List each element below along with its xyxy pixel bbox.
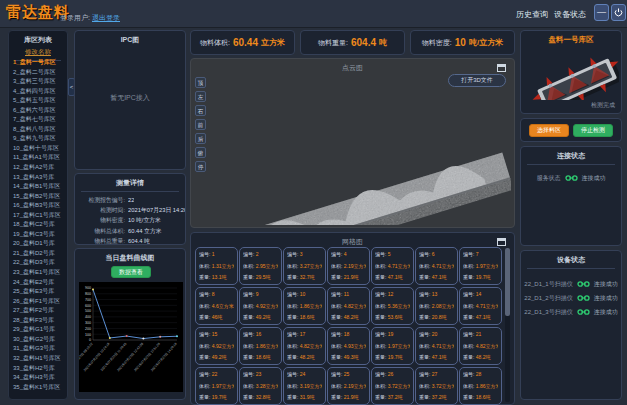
cell-weight-label: 重量: [375, 394, 386, 400]
sidebar-item-warehouse[interactable]: 25_盘料E3号库 [9, 287, 67, 297]
daily-curve-title: 当日盘料曲线图 [75, 249, 185, 263]
sidebar-item-warehouse[interactable]: 1_盘料一号库区 [9, 58, 67, 68]
grid-cell[interactable]: 编号: 21 体积: 4.82立方米 重量: 48.2吨 [459, 327, 502, 365]
sidebar-item-warehouse[interactable]: 35_盘料K1号库区 [9, 383, 67, 393]
measure-label: 物料密度: [75, 215, 125, 225]
sidebar-item-warehouse[interactable]: 3_盘料三号库区 [9, 77, 67, 87]
grid-cell[interactable]: 编号: 28 体积: 1.86立方米 重量: 18.6吨 [459, 367, 502, 405]
view-control-button[interactable]: 停 [195, 161, 206, 172]
grid-scrollbar[interactable] [505, 248, 510, 402]
view-control-button[interactable]: 后 [195, 133, 206, 144]
point-cloud-image[interactable] [211, 75, 511, 225]
stop-detect-button[interactable]: 停止检测 [573, 124, 613, 137]
sidebar-item-warehouse[interactable]: 15_盘料B2号库区 [9, 192, 67, 202]
cell-weight-value: 32.7吨 [300, 274, 315, 280]
cell-volume-value: 1.97立方米 [212, 383, 234, 389]
sidebar-item-warehouse[interactable]: 30_盘料G2号库 [9, 335, 67, 345]
grid-cell[interactable]: 编号: 6 体积: 4.71立方米 重量: 47.1吨 [415, 247, 458, 285]
sidebar-item-warehouse[interactable]: 19_盘料C3号库 [9, 230, 67, 240]
sidebar-item-warehouse[interactable]: 26_盘料F1号库区 [9, 297, 67, 307]
sidebar-item-warehouse[interactable]: 16_盘料B3号库区 [9, 201, 67, 211]
grid-cell[interactable]: 编号: 26 体积: 3.72立方米 重量: 37.2吨 [371, 367, 414, 405]
grid-cell[interactable]: 编号: 19 体积: 1.97立方米 重量: 19.7吨 [371, 327, 414, 365]
sidebar-item-warehouse[interactable]: 20_盘料D1号库 [9, 239, 67, 249]
cell-volume-value: 4.82立方米 [344, 303, 366, 309]
grid-cell[interactable]: 编号: 27 体积: 3.72立方米 重量: 37.2吨 [415, 367, 458, 405]
sidebar-item-warehouse[interactable]: 31_盘料G3号库 [9, 344, 67, 354]
grid-cell[interactable]: 编号: 1 体积: 1.31立方米 重量: 13.1吨 [195, 247, 238, 285]
sidebar-item-warehouse[interactable]: 17_盘料C1号库区 [9, 211, 67, 221]
sidebar-item-warehouse[interactable]: 29_盘料G1号库 [9, 325, 67, 335]
grid-scrollbar-thumb[interactable] [505, 248, 510, 316]
sidebar-item-warehouse[interactable]: 18_盘料C2号库 [9, 220, 67, 230]
cell-weight-label: 重量: [243, 314, 254, 320]
view-control-button[interactable]: 顶 [195, 77, 206, 88]
grid-cell[interactable]: 编号: 7 体积: 1.97立方米 重量: 19.7吨 [459, 247, 502, 285]
minimize-button[interactable]: — [594, 4, 609, 21]
grid-cell[interactable]: 编号: 24 体积: 3.19立方米 重量: 31.9吨 [283, 367, 326, 405]
device-status: 连接成功 [594, 280, 618, 289]
grid-cell[interactable]: 编号: 14 体积: 4.71立方米 重量: 47.1吨 [459, 287, 502, 325]
cell-id-label: 编号: [331, 331, 342, 337]
sidebar-item-warehouse[interactable]: 11_盘料A1号库区 [9, 153, 67, 163]
grid-cell[interactable]: 编号: 3 体积: 3.27立方米 重量: 32.7吨 [283, 247, 326, 285]
sidebar-item-warehouse[interactable]: 6_盘料六号库区 [9, 106, 67, 116]
select-area-button[interactable]: 选择料区 [529, 124, 569, 137]
sidebar-item-warehouse[interactable]: 34_盘料H3号库 [9, 373, 67, 383]
connection-status-panel: 连接状态 服务状态 连接成功 [520, 146, 622, 246]
sidebar-item-warehouse[interactable]: 2_盘料二号库区 [9, 68, 67, 78]
view-control-button[interactable]: 右 [195, 105, 206, 116]
grid-cell[interactable]: 编号: 10 体积: 1.86立方米 重量: 18.6吨 [283, 287, 326, 325]
sidebar-item-warehouse[interactable]: 5_盘料五号库区 [9, 96, 67, 106]
sidebar-item-warehouse[interactable]: 4_盘料四号库区 [9, 87, 67, 97]
sidebar-item-warehouse[interactable]: 22_盘料D3号库 [9, 258, 67, 268]
view-control-button[interactable]: 左 [195, 91, 206, 102]
grid-cell[interactable]: 编号: 16 体积: 1.86立方米 重量: 18.6吨 [239, 327, 282, 365]
grid-cell[interactable]: 编号: 23 体积: 3.28立方米 重量: 32.8吨 [239, 367, 282, 405]
grid-cell[interactable]: 编号: 17 体积: 4.82立方米 重量: 48.2吨 [283, 327, 326, 365]
rename-link[interactable]: 修改名称 [9, 48, 67, 57]
sidebar-item-warehouse[interactable]: 8_盘料八号库区 [9, 125, 67, 135]
data-view-button[interactable]: 数据查看 [111, 266, 151, 278]
sidebar-item-warehouse[interactable]: 13_盘料A3号库 [9, 173, 67, 183]
sidebar-item-warehouse[interactable]: 32_盘料H1号库区 [9, 354, 67, 364]
sidebar-item-warehouse[interactable]: 23_盘料E1号库区 [9, 268, 67, 278]
view-control-button[interactable]: 前 [195, 119, 206, 130]
cell-volume-value: 1.97立方米 [388, 343, 410, 349]
grid-cell[interactable]: 编号: 15 体积: 4.92立方米 重量: 49.2吨 [195, 327, 238, 365]
grid-cell[interactable]: 编号: 4 体积: 2.19立方米 重量: 21.9吨 [327, 247, 370, 285]
grid-cell[interactable]: 编号: 8 体积: 4.6立方米 重量: 46吨 [195, 287, 238, 325]
sidebar-item-warehouse[interactable]: 33_盘料H2号库 [9, 364, 67, 374]
sidebar-item-warehouse[interactable]: 21_盘料D2号库 [9, 249, 67, 259]
sidebar-item-warehouse[interactable]: 12_盘料A2号库 [9, 163, 67, 173]
cell-volume-value: 3.72立方米 [388, 383, 410, 389]
sidebar-item-warehouse[interactable]: 24_盘料E2号库 [9, 278, 67, 288]
sidebar-item-warehouse[interactable]: 9_盘料九号库区 [9, 134, 67, 144]
grid-cell[interactable]: 编号: 20 体积: 4.71立方米 重量: 47.1吨 [415, 327, 458, 365]
grid-cell[interactable]: 编号: 2 体积: 2.95立方米 重量: 29.5吨 [239, 247, 282, 285]
grid-cell[interactable]: 编号: 25 体积: 2.19立方米 重量: 21.9吨 [327, 367, 370, 405]
grid-cell[interactable]: 编号: 5 体积: 4.71立方米 重量: 47.1吨 [371, 247, 414, 285]
grid-cell[interactable]: 编号: 11 体积: 4.82立方米 重量: 48.2吨 [327, 287, 370, 325]
sidebar-item-warehouse[interactable]: 10_盘料十号库区 [9, 144, 67, 154]
sidebar-item-warehouse[interactable]: 27_盘料F2号库 [9, 306, 67, 316]
sidebar-item-warehouse[interactable]: 28_盘料F3号库 [9, 316, 67, 326]
power-button[interactable] [611, 4, 626, 21]
maximize-icon[interactable] [497, 64, 506, 72]
sidebar-item-warehouse[interactable]: 7_盘料七号库区 [9, 115, 67, 125]
grid-cell[interactable]: 编号: 18 体积: 4.93立方米 重量: 49.3吨 [327, 327, 370, 365]
maximize-icon[interactable] [497, 238, 506, 246]
cell-volume-value: 4.71立方米 [388, 263, 410, 269]
grid-cell[interactable]: 编号: 9 体积: 4.92立方米 重量: 49.2吨 [239, 287, 282, 325]
logout-link[interactable]: 退出登录 [92, 13, 120, 23]
history-query-button[interactable]: 历史查询 [516, 9, 548, 20]
cell-volume-label: 体积: [331, 343, 342, 349]
view-control-button[interactable]: 俯 [195, 147, 206, 158]
device-status-button[interactable]: 设备状态 [554, 9, 586, 20]
cell-volume-value: 1.86立方米 [256, 343, 278, 349]
grid-cell[interactable]: 编号: 13 体积: 2.08立方米 重量: 20.8吨 [415, 287, 458, 325]
stat-weight-value: 604.4 [351, 37, 376, 48]
sidebar-item-warehouse[interactable]: 14_盘料B1号库区 [9, 182, 67, 192]
grid-cell[interactable]: 编号: 12 体积: 5.36立方米 重量: 53.6吨 [371, 287, 414, 325]
grid-cell[interactable]: 编号: 22 体积: 1.97立方米 重量: 19.7吨 [195, 367, 238, 405]
